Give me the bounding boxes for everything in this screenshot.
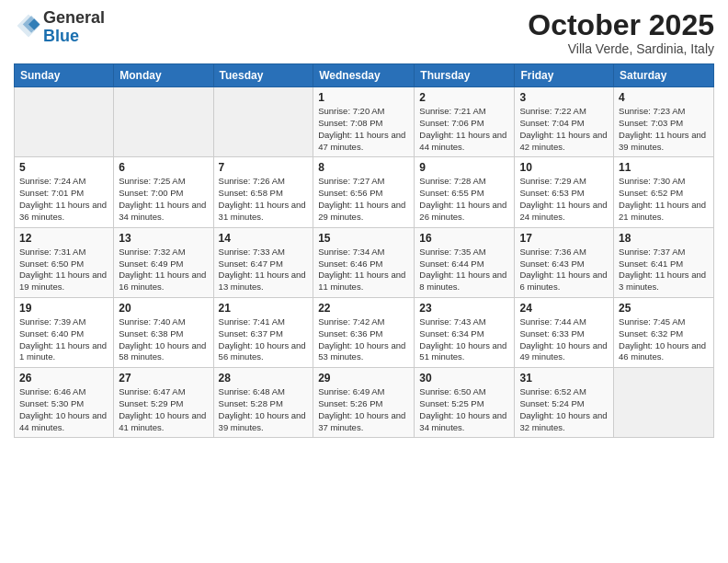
day-info: Sunrise: 6:48 AM Sunset: 5:28 PM Dayligh… xyxy=(219,386,309,433)
day-info: Sunrise: 6:46 AM Sunset: 5:30 PM Dayligh… xyxy=(19,386,108,433)
calendar-cell: 22Sunrise: 7:42 AM Sunset: 6:36 PM Dayli… xyxy=(313,297,415,367)
calendar-cell: 31Sunrise: 6:52 AM Sunset: 5:24 PM Dayli… xyxy=(515,368,614,438)
calendar-cell: 5Sunrise: 7:24 AM Sunset: 7:01 PM Daylig… xyxy=(15,157,114,227)
day-number: 10 xyxy=(519,161,609,174)
day-info: Sunrise: 7:26 AM Sunset: 6:58 PM Dayligh… xyxy=(219,176,309,223)
logo: General Blue xyxy=(14,9,105,46)
day-info: Sunrise: 7:22 AM Sunset: 7:04 PM Dayligh… xyxy=(519,106,609,153)
day-info: Sunrise: 7:45 AM Sunset: 6:32 PM Dayligh… xyxy=(619,316,709,363)
day-info: Sunrise: 6:50 AM Sunset: 5:25 PM Dayligh… xyxy=(419,386,509,433)
day-number: 6 xyxy=(119,161,208,174)
calendar-cell: 15Sunrise: 7:34 AM Sunset: 6:46 PM Dayli… xyxy=(313,227,415,297)
day-number: 15 xyxy=(318,232,409,245)
day-info: Sunrise: 7:24 AM Sunset: 7:01 PM Dayligh… xyxy=(19,176,108,223)
calendar-cell: 18Sunrise: 7:37 AM Sunset: 6:41 PM Dayli… xyxy=(614,227,714,297)
day-info: Sunrise: 7:23 AM Sunset: 7:03 PM Dayligh… xyxy=(619,106,709,153)
day-number: 21 xyxy=(219,302,309,315)
logo-icon xyxy=(16,13,41,39)
calendar-cell: 4Sunrise: 7:23 AM Sunset: 7:03 PM Daylig… xyxy=(614,87,714,157)
calendar-week-row: 12Sunrise: 7:31 AM Sunset: 6:50 PM Dayli… xyxy=(15,227,714,297)
day-number: 1 xyxy=(318,91,409,104)
day-info: Sunrise: 7:35 AM Sunset: 6:44 PM Dayligh… xyxy=(419,247,509,293)
day-info: Sunrise: 7:21 AM Sunset: 7:06 PM Dayligh… xyxy=(419,106,509,153)
day-info: Sunrise: 7:25 AM Sunset: 7:00 PM Dayligh… xyxy=(119,176,208,223)
day-number: 4 xyxy=(619,91,709,104)
day-number: 11 xyxy=(619,161,709,174)
page: General Blue October 2025 Villa Verde, S… xyxy=(0,0,728,563)
col-saturday: Saturday xyxy=(614,64,714,87)
day-number: 23 xyxy=(419,302,509,315)
header: General Blue October 2025 Villa Verde, S… xyxy=(14,9,714,56)
day-number: 5 xyxy=(19,161,108,174)
day-number: 7 xyxy=(219,161,309,174)
day-number: 28 xyxy=(219,372,309,385)
day-info: Sunrise: 6:52 AM Sunset: 5:24 PM Dayligh… xyxy=(519,386,609,433)
day-number: 30 xyxy=(419,372,509,385)
calendar-cell: 21Sunrise: 7:41 AM Sunset: 6:37 PM Dayli… xyxy=(213,297,313,367)
day-info: Sunrise: 7:32 AM Sunset: 6:49 PM Dayligh… xyxy=(119,247,208,293)
day-number: 13 xyxy=(119,232,208,245)
calendar: Sunday Monday Tuesday Wednesday Thursday… xyxy=(14,63,714,438)
col-friday: Friday xyxy=(515,64,614,87)
calendar-cell: 7Sunrise: 7:26 AM Sunset: 6:58 PM Daylig… xyxy=(213,157,313,227)
calendar-cell: 23Sunrise: 7:43 AM Sunset: 6:34 PM Dayli… xyxy=(415,297,515,367)
day-number: 12 xyxy=(19,232,108,245)
calendar-cell: 26Sunrise: 6:46 AM Sunset: 5:30 PM Dayli… xyxy=(15,368,114,438)
logo-blue-text: Blue xyxy=(43,27,79,45)
calendar-week-row: 26Sunrise: 6:46 AM Sunset: 5:30 PM Dayli… xyxy=(15,368,714,438)
calendar-cell: 28Sunrise: 6:48 AM Sunset: 5:28 PM Dayli… xyxy=(213,368,313,438)
calendar-cell: 2Sunrise: 7:21 AM Sunset: 7:06 PM Daylig… xyxy=(415,87,515,157)
calendar-cell: 11Sunrise: 7:30 AM Sunset: 6:52 PM Dayli… xyxy=(614,157,714,227)
calendar-cell xyxy=(114,87,213,157)
calendar-cell: 30Sunrise: 6:50 AM Sunset: 5:25 PM Dayli… xyxy=(415,368,515,438)
day-number: 22 xyxy=(318,302,409,315)
day-number: 16 xyxy=(419,232,509,245)
calendar-cell: 20Sunrise: 7:40 AM Sunset: 6:38 PM Dayli… xyxy=(114,297,213,367)
day-info: Sunrise: 7:28 AM Sunset: 6:55 PM Dayligh… xyxy=(419,176,509,223)
calendar-cell: 13Sunrise: 7:32 AM Sunset: 6:49 PM Dayli… xyxy=(114,227,213,297)
calendar-cell: 8Sunrise: 7:27 AM Sunset: 6:56 PM Daylig… xyxy=(313,157,415,227)
month-title: October 2025 xyxy=(528,9,714,41)
day-number: 20 xyxy=(119,302,208,315)
day-number: 14 xyxy=(219,232,309,245)
day-number: 17 xyxy=(519,232,609,245)
calendar-cell: 9Sunrise: 7:28 AM Sunset: 6:55 PM Daylig… xyxy=(415,157,515,227)
day-info: Sunrise: 7:33 AM Sunset: 6:47 PM Dayligh… xyxy=(219,247,309,293)
calendar-week-row: 1Sunrise: 7:20 AM Sunset: 7:08 PM Daylig… xyxy=(15,87,714,157)
day-number: 3 xyxy=(519,91,609,104)
calendar-cell: 25Sunrise: 7:45 AM Sunset: 6:32 PM Dayli… xyxy=(614,297,714,367)
day-info: Sunrise: 7:37 AM Sunset: 6:41 PM Dayligh… xyxy=(619,247,709,293)
day-info: Sunrise: 7:29 AM Sunset: 6:53 PM Dayligh… xyxy=(519,176,609,223)
title-block: October 2025 Villa Verde, Sardinia, Ital… xyxy=(528,9,714,56)
day-info: Sunrise: 7:43 AM Sunset: 6:34 PM Dayligh… xyxy=(419,316,509,363)
calendar-cell: 1Sunrise: 7:20 AM Sunset: 7:08 PM Daylig… xyxy=(313,87,415,157)
day-number: 31 xyxy=(519,372,609,385)
day-info: Sunrise: 7:40 AM Sunset: 6:38 PM Dayligh… xyxy=(119,316,208,363)
calendar-cell: 6Sunrise: 7:25 AM Sunset: 7:00 PM Daylig… xyxy=(114,157,213,227)
day-number: 19 xyxy=(19,302,108,315)
day-info: Sunrise: 7:31 AM Sunset: 6:50 PM Dayligh… xyxy=(19,247,108,293)
calendar-cell: 19Sunrise: 7:39 AM Sunset: 6:40 PM Dayli… xyxy=(15,297,114,367)
col-wednesday: Wednesday xyxy=(313,64,415,87)
calendar-cell xyxy=(15,87,114,157)
day-info: Sunrise: 7:20 AM Sunset: 7:08 PM Dayligh… xyxy=(318,106,409,153)
day-number: 26 xyxy=(19,372,108,385)
calendar-header-row: Sunday Monday Tuesday Wednesday Thursday… xyxy=(15,64,714,87)
calendar-cell: 12Sunrise: 7:31 AM Sunset: 6:50 PM Dayli… xyxy=(15,227,114,297)
calendar-cell: 14Sunrise: 7:33 AM Sunset: 6:47 PM Dayli… xyxy=(213,227,313,297)
calendar-cell: 16Sunrise: 7:35 AM Sunset: 6:44 PM Dayli… xyxy=(415,227,515,297)
calendar-week-row: 5Sunrise: 7:24 AM Sunset: 7:01 PM Daylig… xyxy=(15,157,714,227)
calendar-cell: 29Sunrise: 6:49 AM Sunset: 5:26 PM Dayli… xyxy=(313,368,415,438)
col-monday: Monday xyxy=(114,64,213,87)
calendar-cell xyxy=(213,87,313,157)
day-info: Sunrise: 6:47 AM Sunset: 5:29 PM Dayligh… xyxy=(119,386,208,433)
day-info: Sunrise: 6:49 AM Sunset: 5:26 PM Dayligh… xyxy=(318,386,409,433)
calendar-cell: 24Sunrise: 7:44 AM Sunset: 6:33 PM Dayli… xyxy=(515,297,614,367)
day-info: Sunrise: 7:30 AM Sunset: 6:52 PM Dayligh… xyxy=(619,176,709,223)
day-info: Sunrise: 7:44 AM Sunset: 6:33 PM Dayligh… xyxy=(519,316,609,363)
day-number: 29 xyxy=(318,372,409,385)
day-number: 24 xyxy=(519,302,609,315)
calendar-cell: 10Sunrise: 7:29 AM Sunset: 6:53 PM Dayli… xyxy=(515,157,614,227)
calendar-cell: 27Sunrise: 6:47 AM Sunset: 5:29 PM Dayli… xyxy=(114,368,213,438)
logo-general-text: General xyxy=(43,8,105,27)
